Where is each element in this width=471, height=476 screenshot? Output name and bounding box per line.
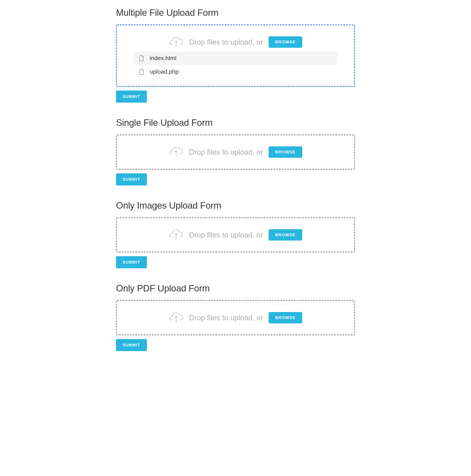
images-upload-form: Only Images Upload Form Drop files to up… [116, 200, 355, 268]
file-row[interactable]: upload.php [133, 65, 338, 79]
file-icon [139, 55, 144, 61]
cloud-upload-icon [169, 36, 183, 48]
drop-text: Drop files to upload, or [189, 231, 263, 239]
dropzone-multiple[interactable]: Drop files to upload, or BROWSE index.ht… [116, 24, 355, 87]
browse-button[interactable]: BROWSE [269, 146, 302, 158]
drop-text: Drop files to upload, or [189, 38, 263, 46]
submit-button[interactable]: SUBMIT [116, 339, 147, 351]
browse-button[interactable]: BROWSE [269, 312, 302, 323]
cloud-upload-icon [169, 229, 183, 240]
form-title: Only Images Upload Form [116, 200, 355, 211]
pdf-upload-form: Only PDF Upload Form Drop files to uploa… [116, 283, 355, 351]
file-name: index.html [150, 55, 177, 62]
dropzone-inner: Drop files to upload, or BROWSE [133, 36, 338, 48]
browse-button[interactable]: BROWSE [269, 36, 302, 48]
dropzone-pdf[interactable]: Drop files to upload, or BROWSE [116, 300, 355, 335]
drop-text: Drop files to upload, or [189, 314, 263, 322]
multiple-file-upload-form: Multiple File Upload Form Drop files to … [116, 7, 355, 103]
browse-button[interactable]: BROWSE [269, 229, 302, 240]
file-row[interactable]: index.html [133, 51, 338, 65]
file-icon [139, 69, 144, 75]
single-file-upload-form: Single File Upload Form Drop files to up… [116, 117, 355, 186]
file-name: upload.php [150, 68, 179, 75]
page-container: Multiple File Upload Form Drop files to … [55, 7, 416, 373]
drop-text: Drop files to upload, or [189, 148, 263, 156]
file-list: index.html upload.php [133, 51, 338, 79]
submit-button[interactable]: SUBMIT [116, 90, 147, 103]
dropzone-images[interactable]: Drop files to upload, or BROWSE [116, 217, 355, 253]
spacer [116, 366, 355, 373]
cloud-upload-icon [169, 147, 183, 158]
submit-button[interactable]: SUBMIT [116, 256, 147, 268]
form-title: Single File Upload Form [116, 117, 355, 128]
cloud-upload-icon [169, 312, 183, 323]
form-title: Multiple File Upload Form [116, 7, 355, 18]
dropzone-inner: Drop files to upload, or BROWSE [133, 229, 338, 240]
submit-button[interactable]: SUBMIT [116, 173, 147, 186]
dropzone-inner: Drop files to upload, or BROWSE [133, 146, 338, 158]
form-title: Only PDF Upload Form [116, 283, 355, 294]
dropzone-single[interactable]: Drop files to upload, or BROWSE [116, 135, 355, 170]
dropzone-inner: Drop files to upload, or BROWSE [133, 312, 338, 323]
